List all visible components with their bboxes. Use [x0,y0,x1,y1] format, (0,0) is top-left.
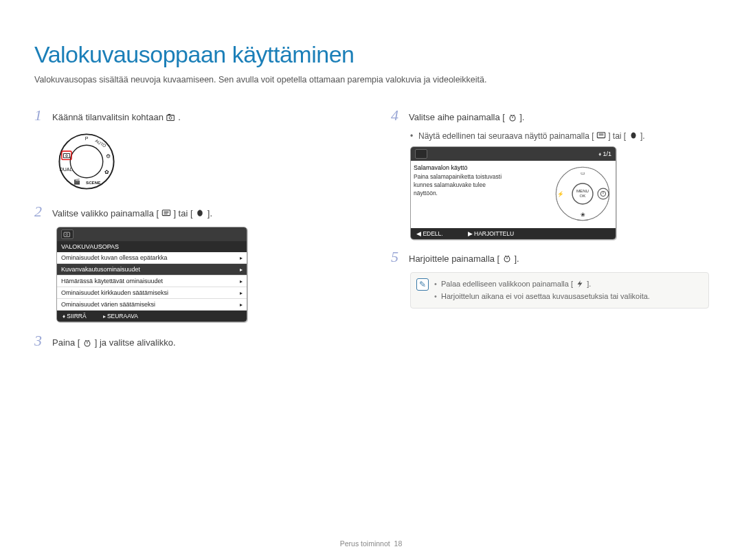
guide-mode-icon [415,149,427,159]
step-number: 2 [34,204,45,221]
step-2: 2 Valitse valikko painamalla [ ] tai [ ]… [34,204,352,221]
page-footer: Perus toiminnot 18 [0,539,742,548]
chevron-right-icon: ▸ [240,278,243,284]
step-4-bullet: Näytä edellinen tai seuraava näyttö pain… [410,131,709,141]
footer-next: SEURAAVA [103,313,138,320]
page-intro: Valokuvausopas sisältää neuvoja kuvaamis… [34,75,709,85]
disp-button-icon [596,131,606,139]
screen-body: Salamavalon käyttö Paina salamapainikett… [411,161,616,228]
menu-row: Hämärässä käytettävät ominaisuudet▸ [57,276,247,287]
info-line-2: Harjoittelun aikana ei voi asettaa kuvau… [434,291,701,303]
right-column: 4 Valitse aihe painamalla [ ]. Näytä ede… [391,108,709,357]
menu-row-selected: Kuvanvakautusominaisuudet▸ [57,264,247,276]
svg-point-1 [169,116,172,119]
detail-heading: Salamavalon käyttö [414,164,550,172]
menu-row: Ominaisuudet kuvan ollessa epätarkka▸ [57,252,247,264]
detail-screen-mock: ♦ 1/1 Salamavalon käyttö Paina salamapai… [410,146,616,240]
step-5: 5 Harjoittele painamalla [ ]. [391,249,709,266]
screen-header [57,227,247,241]
svg-text:MENU: MENU [576,188,589,193]
menu-row: Ominaisuudet kirkkauden säätämiseksi▸ [57,287,247,299]
document-page: Valokuvausoppaan käyttäminen Valokuvauso… [0,0,742,560]
screen-footer: EDELL. HARJOITTELU [411,228,616,239]
mode-dial-illustration: P AUTO ⚙ ✿ SCENE 🎬 DUAL [56,131,117,192]
step-text: Harjoittele painamalla [ ]. [409,249,519,266]
svg-rect-2 [168,114,170,115]
step-text: Valitse aihe painamalla [ ]. [409,108,524,124]
info-note-box: ✎ Palaa edelliseen valikkoon painamalla … [410,272,709,309]
two-column-layout: 1 Käännä tilanvalitsin kohtaan . P [34,108,709,357]
svg-text:DUAL: DUAL [60,167,73,172]
step-text: Käännä tilanvalitsin kohtaan . [52,108,181,124]
step-4: 4 Valitse aihe painamalla [ ]. [391,108,709,124]
chevron-right-icon: ▸ [240,255,243,261]
svg-text:⚡: ⚡ [557,190,564,197]
step-text: Paina [ ] ja valitse alivalikko. [52,333,176,350]
page-title: Valokuvausoppaan käyttäminen [34,41,709,68]
svg-text:🎬: 🎬 [74,177,80,184]
svg-text:✿: ✿ [104,168,109,175]
flash-button-icon [575,280,585,288]
svg-point-5 [70,145,103,178]
step-number: 4 [391,108,402,124]
svg-text:P: P [85,136,89,141]
menu-title: VALOKUVAUSOPAS [57,241,247,252]
footer-prev: EDELL. [416,230,443,237]
step-number: 3 [34,333,45,350]
nav-pad-illustration: MENU OK ▭ ❀ ⚡ [552,164,613,225]
svg-rect-20 [64,232,70,236]
macro-button-icon [195,208,205,216]
screen-header: ♦ 1/1 [411,147,616,161]
chevron-right-icon: ▸ [240,290,243,296]
step-text: Valitse valikko painamalla [ ] tai [ ]. [52,204,212,221]
page-indicator: ♦ 1/1 [598,150,611,157]
step-1: 1 Käännä tilanvalitsin kohtaan . [34,108,352,124]
chevron-right-icon: ▸ [240,302,243,308]
step-number: 5 [391,249,402,266]
svg-text:OK: OK [580,193,587,198]
svg-text:SCENE: SCENE [86,180,100,185]
svg-text:❀: ❀ [581,212,585,218]
self-timer-button-icon [508,112,517,120]
info-line-1: Palaa edelliseen valikkoon painamalla [ … [434,278,701,291]
step-number: 1 [34,108,45,124]
guide-mode-icon [166,112,176,120]
chevron-right-icon: ▸ [240,267,243,273]
footer-move: SIIRRÄ [63,313,87,320]
step-3: 3 Paina [ ] ja valitse alivalikko. [34,333,352,350]
svg-rect-0 [166,115,174,120]
svg-text:⚙: ⚙ [106,153,111,159]
left-column: 1 Käännä tilanvalitsin kohtaan . P [34,108,352,357]
menu-screen-mock: VALOKUVAUSOPAS Ominaisuudet kuvan olless… [56,227,247,322]
svg-point-21 [66,234,68,236]
footer-practice: HARJOITTELU [468,230,514,237]
menu-row: Ominaisuudet värien säätämiseksi▸ [57,299,247,311]
svg-text:▭: ▭ [581,170,585,175]
menu-list: VALOKUVAUSOPAS Ominaisuudet kuvan olless… [57,241,247,311]
detail-text: Salamavalon käyttö Paina salamapainikett… [414,164,550,225]
macro-button-icon [629,131,638,139]
note-icon: ✎ [416,278,429,291]
guide-mode-icon [61,229,74,239]
self-timer-button-icon [502,254,512,262]
self-timer-button-icon [82,337,92,346]
disp-button-icon [161,208,171,216]
screen-footer: SIIRRÄ SEURAAVA [57,311,247,322]
